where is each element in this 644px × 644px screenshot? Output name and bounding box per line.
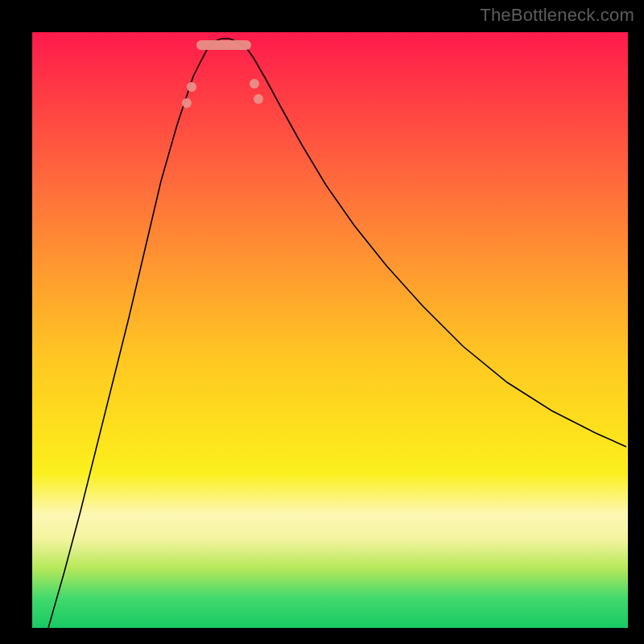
- right-upper-dot: [254, 94, 263, 104]
- right-lower-dot: [250, 79, 259, 89]
- watermark-text: TheBottleneck.com: [480, 5, 634, 26]
- left-lower-dot: [187, 82, 196, 92]
- left-upper-dot: [182, 98, 192, 108]
- left-branch-path: [48, 48, 208, 628]
- plot-area: [32, 32, 628, 628]
- right-branch-path: [246, 47, 626, 447]
- curve-layer: [32, 32, 628, 628]
- chart-stage: TheBottleneck.com: [0, 0, 644, 644]
